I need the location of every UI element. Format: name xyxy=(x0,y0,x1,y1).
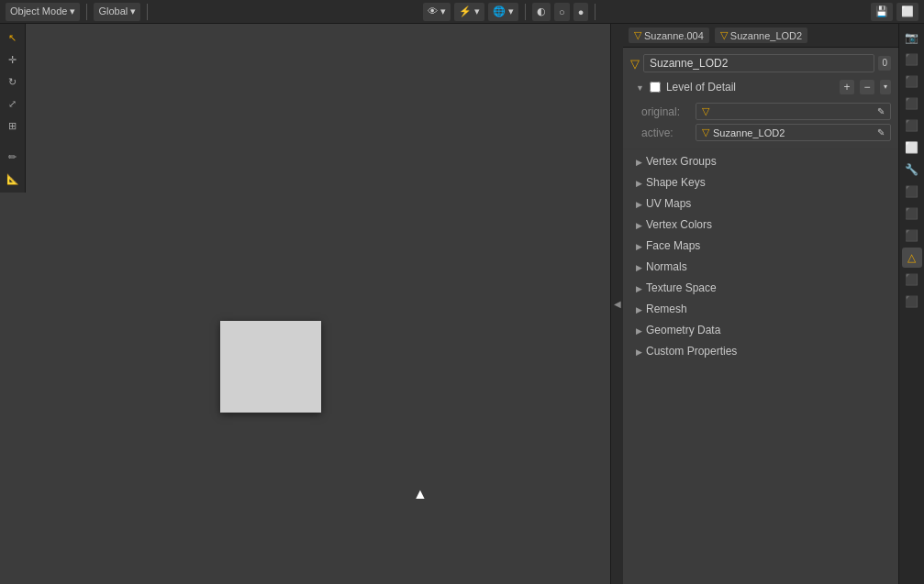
face-maps-arrow xyxy=(636,239,642,252)
select-tool[interactable]: ↖ xyxy=(3,28,23,48)
tab-scene[interactable]: ⬛ xyxy=(902,94,922,114)
lod-active-pick-icon[interactable]: ✎ xyxy=(877,127,885,138)
global-local[interactable]: Global ▾ xyxy=(94,3,140,21)
lod-active-value-text: Suzanne_LOD2 xyxy=(713,127,874,138)
mesh-data-sections: Vertex Groups Shape Keys UV Maps xyxy=(623,151,898,361)
properties-tabs: 📷 ⬛ ⬛ ⬛ ⬛ ⬜ 🔧 ⬛ ⬛ ⬛ △ ⬛ ⬛ xyxy=(898,24,924,584)
tab-render[interactable]: 📷 xyxy=(902,28,922,48)
lod-remove-btn[interactable]: − xyxy=(860,80,874,94)
mesh-name-display[interactable]: ▽ Suzanne.004 xyxy=(629,28,709,43)
uv-maps-arrow xyxy=(636,197,642,210)
face-maps-section[interactable]: Face Maps xyxy=(627,236,895,256)
tab-object[interactable]: ⬜ xyxy=(902,138,922,158)
shading-material[interactable]: ○ xyxy=(554,3,570,21)
tab-world[interactable]: ⬛ xyxy=(902,116,922,136)
lod-original-label: original: xyxy=(641,105,692,118)
lod-active-row: active: ▽ Suzanne_LOD2 ✎ xyxy=(641,122,891,143)
object-name-input[interactable] xyxy=(643,54,874,72)
object-icon: ▽ xyxy=(720,29,728,41)
tab-particles[interactable]: ⬛ xyxy=(902,182,922,202)
lod-checkbox[interactable] xyxy=(650,82,661,93)
tab-material[interactable]: ⬛ xyxy=(902,270,922,290)
lod-active-label: active: xyxy=(641,127,692,139)
shading-rendered[interactable]: ● xyxy=(573,3,589,21)
lod-original-value[interactable]: ▽ ✎ xyxy=(696,103,891,120)
viewport-canvas[interactable]: ▲ xyxy=(0,193,610,584)
gizmo-btn[interactable]: 🌐 ▾ xyxy=(488,3,518,21)
sep3 xyxy=(525,4,526,20)
scale-tool[interactable]: ⤢ xyxy=(3,94,23,114)
viewport-shading-btn[interactable]: 👁 ▾ xyxy=(423,3,451,21)
fake-user-btn[interactable]: 0 xyxy=(878,56,891,71)
lod-original-pick-icon[interactable]: ✎ xyxy=(877,106,885,116)
mouse-cursor: ▲ xyxy=(413,486,424,497)
geometry-data-section[interactable]: Geometry Data xyxy=(627,320,895,340)
viewport[interactable]: ↖ ✛ ↻ ⤢ ⊞ ✏ 📐 xyxy=(0,24,610,584)
lod-original-row: original: ▽ ✎ xyxy=(641,101,891,122)
lod-original-mesh-icon: ▽ xyxy=(702,105,709,117)
rotate-tool[interactable]: ↻ xyxy=(3,72,23,92)
info-btn[interactable]: ⬜ xyxy=(896,3,918,21)
tab-constraints[interactable]: ⬛ xyxy=(902,226,922,246)
custom-properties-section[interactable]: Custom Properties xyxy=(627,341,895,361)
geometry-data-arrow xyxy=(636,324,642,336)
tab-modifier[interactable]: 🔧 xyxy=(902,160,922,180)
properties-main: ▽ Suzanne.004 ▽ Suzanne_LOD2 ▽ 0 xyxy=(623,24,898,584)
properties-body: ▽ 0 Level of Detail + − ▾ o xyxy=(623,48,898,584)
sep2 xyxy=(147,4,148,20)
vertex-groups-label: Vertex Groups xyxy=(646,155,717,168)
remesh-label: Remesh xyxy=(646,303,687,315)
tab-shading[interactable]: ⬛ xyxy=(902,292,922,312)
overlay-btn[interactable]: ⚡ ▾ xyxy=(454,3,484,21)
uv-maps-label: UV Maps xyxy=(646,197,691,210)
move-tool[interactable]: ✛ xyxy=(3,50,23,70)
monkey-heads-svg xyxy=(9,551,610,584)
geometry-data-label: Geometry Data xyxy=(646,324,720,336)
normals-section[interactable]: Normals xyxy=(627,257,895,277)
mode-select[interactable]: Object Mode ▾ xyxy=(6,3,80,21)
vertex-groups-arrow xyxy=(636,155,642,168)
vertex-colors-section[interactable]: Vertex Colors xyxy=(627,215,895,235)
panel-collapse-button[interactable]: ◀ xyxy=(610,24,623,584)
tab-output[interactable]: ⬛ xyxy=(902,50,922,70)
lod-section-header[interactable]: Level of Detail + − ▾ xyxy=(623,77,898,97)
lod-add-btn[interactable]: + xyxy=(840,80,854,94)
face-maps-label: Face Maps xyxy=(646,239,700,252)
lod-active-value[interactable]: ▽ Suzanne_LOD2 ✎ xyxy=(696,124,891,141)
tab-view-layer[interactable]: ⬛ xyxy=(902,72,922,92)
lod-controls: original: ▽ ✎ active: ▽ Suzanne_LOD2 ✎ xyxy=(623,97,898,147)
viewport-left-tools: ↖ ✛ ↻ ⤢ ⊞ ✏ 📐 xyxy=(0,24,26,193)
shading-solid[interactable]: ◐ xyxy=(532,3,551,21)
transform-tool[interactable]: ⊞ xyxy=(3,116,23,136)
custom-properties-label: Custom Properties xyxy=(646,345,737,358)
save-btn[interactable]: 💾 xyxy=(871,3,893,21)
lod-arrow xyxy=(636,81,644,94)
right-panel-wrapper: ▽ Suzanne.004 ▽ Suzanne_LOD2 ▽ 0 xyxy=(623,24,924,584)
shape-keys-arrow xyxy=(636,176,642,189)
white-plane-object xyxy=(220,321,321,413)
remesh-section[interactable]: Remesh xyxy=(627,299,895,319)
normals-arrow xyxy=(636,260,642,273)
vertex-groups-section[interactable]: Vertex Groups xyxy=(627,151,895,171)
object-name-display[interactable]: ▽ Suzanne_LOD2 xyxy=(715,28,807,43)
annotate-tool[interactable]: ✏ xyxy=(3,147,23,167)
normals-label: Normals xyxy=(646,260,687,273)
shape-keys-section[interactable]: Shape Keys xyxy=(627,172,895,193)
texture-space-arrow xyxy=(636,281,642,294)
tab-physics[interactable]: ⬛ xyxy=(902,204,922,224)
divider-1 xyxy=(623,149,898,149)
measure-tool[interactable]: 📐 xyxy=(3,169,23,189)
tab-object-data[interactable]: △ xyxy=(902,248,922,268)
sep1 xyxy=(86,4,87,20)
lod-expand-btn[interactable]: ▾ xyxy=(880,80,891,94)
object-name-label: Suzanne_LOD2 xyxy=(730,30,802,41)
mesh-name-label: Suzanne.004 xyxy=(644,30,704,41)
texture-space-label: Texture Space xyxy=(646,281,717,294)
main-area: ↖ ✛ ↻ ⤢ ⊞ ✏ 📐 xyxy=(0,24,924,584)
mesh-icon: ▽ xyxy=(634,29,641,41)
object-name-row: ▽ 0 xyxy=(623,51,898,75)
uv-maps-section[interactable]: UV Maps xyxy=(627,193,895,214)
sep4 xyxy=(595,4,596,20)
texture-space-section[interactable]: Texture Space xyxy=(627,278,895,298)
lod-label: Level of Detail xyxy=(666,81,736,94)
